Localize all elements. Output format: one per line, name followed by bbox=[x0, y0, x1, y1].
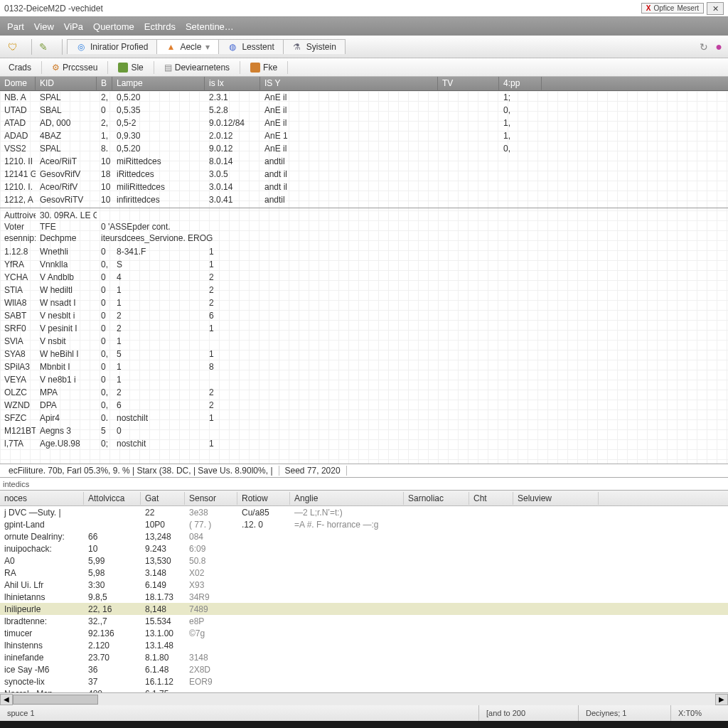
menu-item[interactable]: Quertome bbox=[93, 21, 134, 32]
table-row[interactable]: ATADAD, 0002,0,5-29.0.12/84AnE il1, bbox=[0, 117, 728, 129]
wand-icon[interactable]: ✎ bbox=[36, 40, 50, 54]
sub-devicearnetens[interactable]: ▤Deviearnetens bbox=[161, 63, 232, 73]
shield-icon[interactable]: 🛡 bbox=[6, 40, 20, 54]
sync-icon[interactable]: ↻ bbox=[700, 41, 708, 53]
table-row[interactable]: WZNDDPA0,62 bbox=[0, 399, 728, 412]
sub-fke[interactable]: Fke bbox=[247, 63, 280, 73]
bcol-attolvicca[interactable]: Attolvicca bbox=[84, 492, 141, 505]
scroll-track[interactable] bbox=[13, 694, 715, 705]
subtoolbar: Crads ⚙Prccsseu Sle ▤Deviearnetens Fke bbox=[0, 58, 728, 77]
scrollbar-horizontal[interactable]: ◀ ▶ bbox=[0, 692, 728, 705]
table-row[interactable]: OLZCMPA0,22 bbox=[0, 386, 728, 399]
bcol-gat[interactable]: Gat bbox=[141, 492, 185, 505]
scroll-right-icon[interactable]: ▶ bbox=[715, 694, 728, 705]
table-row[interactable]: SVlAV nsbit01 bbox=[0, 335, 728, 348]
menu-item[interactable]: Part bbox=[7, 21, 24, 32]
warning-icon: ▲ bbox=[166, 42, 176, 52]
table-row[interactable]: SYA8W heBihl I0,51 bbox=[0, 348, 728, 360]
table-row[interactable]: SPilA3Mbnbit I018 bbox=[0, 360, 728, 373]
col-kid[interactable]: KID bbox=[36, 77, 97, 90]
table-row[interactable]: UTADSBAL00,5.355.2.8AnE il0, bbox=[0, 104, 728, 117]
window-control-box[interactable]: X Opfice Mesert bbox=[641, 3, 704, 14]
bcol-sensor[interactable]: Sensor bbox=[185, 492, 237, 505]
menu-item[interactable]: ViPa bbox=[64, 21, 83, 32]
col-b[interactable]: B bbox=[97, 77, 112, 90]
table-row[interactable]: VSS2SPAL8.0,5.209.0.12AnE il0, bbox=[0, 142, 728, 155]
list-item[interactable]: gpint-Land10P0( 77. ).12. 0 =A #. F- hor… bbox=[0, 518, 728, 530]
list-item[interactable]: lhinstenns2.12013.1.48 bbox=[0, 639, 728, 651]
menu-item[interactable]: Setentine… bbox=[186, 21, 234, 32]
col-app[interactable]: 4:pp bbox=[499, 77, 542, 90]
list-item[interactable]: ice Say -M6366.1.482X8D bbox=[0, 663, 728, 675]
list-item[interactable]: RA5,983.148X02 bbox=[0, 567, 728, 579]
menu-item[interactable]: Ecthrds bbox=[144, 21, 176, 32]
col-isy[interactable]: IS Y bbox=[260, 77, 438, 90]
table-row[interactable]: WllA8W nsadt I012 bbox=[0, 296, 728, 309]
close-button[interactable]: ✕ bbox=[707, 2, 724, 15]
table-row[interactable]: VEYAV ne8b1 i01 bbox=[0, 373, 728, 386]
list-item[interactable]: Inilipeurle22, 168,1487489 bbox=[0, 603, 728, 615]
table-row[interactable]: SRF0V pesinit I021 bbox=[0, 322, 728, 335]
list-item[interactable]: synocte-lix3716.1.12EOR9 bbox=[0, 675, 728, 687]
scroll-thumb[interactable] bbox=[13, 695, 98, 705]
list-item[interactable]: lhinietanns9.8,518.1.7334R9 bbox=[0, 591, 728, 603]
win-opt-2: Mesert bbox=[677, 4, 699, 12]
scroll-left-icon[interactable]: ◀ bbox=[0, 694, 13, 705]
table-row[interactable]: SABTV nesblt i026 bbox=[0, 309, 728, 322]
table-row[interactable]: M121BTAegns 350 bbox=[0, 424, 728, 437]
list-item[interactable]: A05,9913,53050.8 bbox=[0, 555, 728, 567]
titlebar: 0132-DeiceM2D -vechidet X Opfice Mesert … bbox=[0, 0, 728, 17]
list-item[interactable]: ornute Dealriny:6613,248084 bbox=[0, 530, 728, 542]
bottom-tab[interactable]: intedics bbox=[0, 478, 728, 491]
menu-item[interactable]: View bbox=[34, 21, 54, 32]
bcol-cht[interactable]: Cht bbox=[469, 492, 513, 505]
list-item[interactable]: Necrol - Mcn.4006.1.75 bbox=[0, 687, 728, 692]
list-item[interactable]: Ahil Ui. Lfr3:306.149X93 bbox=[0, 579, 728, 591]
target-icon: ◎ bbox=[76, 42, 86, 52]
window-title: 0132-DeiceM2D -vechidet bbox=[4, 4, 103, 14]
tab-system[interactable]: ⚗ Syistein bbox=[283, 39, 346, 54]
table-row[interactable]: ADAD4BAZ1,0,9.302.0.12AnE 11, bbox=[0, 129, 728, 142]
sub-process[interactable]: ⚙Prccsseu bbox=[49, 63, 100, 73]
gear-icon: ⚙ bbox=[52, 63, 60, 73]
sub-crads[interactable]: Crads bbox=[6, 63, 34, 73]
col-dome[interactable]: Dome bbox=[0, 77, 36, 90]
list-item[interactable]: j DVC —Suty. |223e38Cu/a85—2 L;r.N’=t:) bbox=[0, 506, 728, 518]
bcol-seluview[interactable]: Seluview bbox=[513, 492, 599, 505]
table-row[interactable]: l,7TAAge.U8.980;nostchit1 bbox=[0, 437, 728, 450]
orb-icon[interactable]: ● bbox=[715, 41, 722, 53]
bcol-rotiow[interactable]: Rotiow bbox=[237, 492, 290, 505]
col-tv[interactable]: TV bbox=[438, 77, 499, 90]
tab-lessent[interactable]: ◍ Lesstent bbox=[218, 39, 283, 54]
table-row[interactable]: 1.12.8Wnethli08-341.F1 bbox=[0, 245, 728, 258]
sub-sle[interactable]: Sle bbox=[115, 63, 146, 73]
tab-alerts[interactable]: ▲ Aecle ▾ bbox=[156, 39, 219, 54]
col-islx[interactable]: is lx bbox=[205, 77, 260, 90]
close-x-icon: X bbox=[646, 4, 651, 12]
table-row[interactable]: SFZCApir40.nostchilt1 bbox=[0, 412, 728, 424]
table-row[interactable]: YCHAV Andblb042 bbox=[0, 271, 728, 284]
col-lampe[interactable]: Lampe bbox=[112, 77, 205, 90]
sb-mid2: Deciynes; 1 bbox=[579, 705, 671, 721]
table-row[interactable]: STlAW hediltl012 bbox=[0, 284, 728, 296]
list-item[interactable]: ininefande23.708.1.803148 bbox=[0, 651, 728, 663]
tab-profile[interactable]: ◎ Iniratior Profied bbox=[67, 39, 157, 54]
status-seg-2: Seed 77, 2020 bbox=[279, 466, 347, 476]
table-row[interactable]: 1212, AGesovRiTV10infirittedces3.0.41and… bbox=[0, 193, 728, 206]
table-row[interactable]: 12141 GGesovRifV18iRittedces3.0.5andt il bbox=[0, 168, 728, 181]
toolbar: 🛡 ✎ ◎ Iniratior Profied ▲ Aecle ▾ ◍ Less… bbox=[0, 36, 728, 58]
grid-header: Dome KID B Lampe is lx IS Y TV 4:pp bbox=[0, 77, 728, 91]
info-row: Auttroive30. 09RA. LE Gresst. Eyenetz, bbox=[0, 210, 728, 221]
list-item[interactable]: lbradtenne:32.,715.534e8P bbox=[0, 615, 728, 627]
square-green-icon bbox=[118, 63, 128, 73]
bcol-sarnoliac[interactable]: Sarnoliac bbox=[404, 492, 469, 505]
list-item[interactable]: inuipochack:109.2436:09 bbox=[0, 542, 728, 555]
bottom-tab-label: intedics bbox=[3, 480, 29, 488]
bcol-anglie[interactable]: Anglie bbox=[290, 492, 404, 505]
table-row[interactable]: NB. ASPAL2,0,5.202.3.1AnE il1; bbox=[0, 91, 728, 104]
table-row[interactable]: YfRAVnnklla0,S1 bbox=[0, 258, 728, 271]
table-row[interactable]: 1210. IIAceo/RiiT10miRittedces8.0.14andt… bbox=[0, 155, 728, 168]
list-item[interactable]: timucer92.13613.1.00©7g bbox=[0, 627, 728, 639]
bcol-noces[interactable]: noces bbox=[0, 492, 84, 505]
table-row[interactable]: 1210. I.Aceo/RifV10miliRittedces3.0.14an… bbox=[0, 181, 728, 193]
